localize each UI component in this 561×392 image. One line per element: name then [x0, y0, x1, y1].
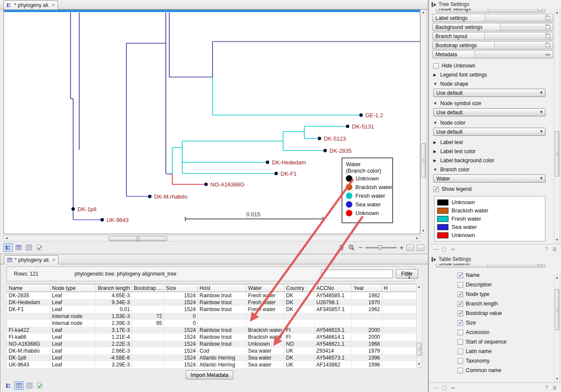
table-row[interactable]: DK-2835Leaf4.65E-31524Rainbow troutFresh…	[7, 292, 419, 299]
table-cell[interactable]: AY546621.1	[314, 341, 351, 347]
table-cell[interactable]: 0.01	[96, 306, 132, 313]
node-color-dropdown[interactable]: Use default▼	[433, 128, 545, 136]
table-cell[interactable]	[351, 313, 382, 320]
table-row[interactable]: FI-ka66Leaf1.21E-41524Rainbow troutBrack…	[7, 334, 419, 341]
section-node-settings[interactable]: Node settings	[436, 9, 545, 13]
tree-node[interactable]	[100, 218, 104, 222]
table-cell[interactable]: 1524	[164, 292, 198, 299]
table-cell[interactable]: Leaf	[50, 306, 96, 313]
table-cell[interactable]: Rainbow trout	[198, 306, 246, 313]
show-table-button[interactable]	[14, 243, 23, 252]
column-checkbox[interactable]	[458, 349, 463, 354]
column-checkbox[interactable]	[458, 292, 463, 297]
cursor-tool-icon[interactable]	[339, 244, 345, 251]
table-row[interactable]: FI-ka422Leaf3.17E-31524Rainbow troutBrac…	[7, 327, 419, 334]
legend-font-settings-row[interactable]: ▶Legend font settings	[429, 70, 561, 79]
table-cell[interactable]: 4.65E-3	[96, 292, 132, 299]
tree-node[interactable]	[204, 183, 208, 186]
popout-icon[interactable]	[545, 25, 550, 29]
column-header[interactable]: Host	[198, 284, 246, 292]
column-header[interactable]: Name	[7, 284, 50, 292]
column-checkbox[interactable]	[458, 339, 463, 345]
table-cell[interactable]	[314, 320, 351, 327]
scroll-up-icon[interactable]: ▲	[555, 275, 560, 280]
column-header[interactable]: H	[382, 284, 419, 292]
table-cell[interactable]	[382, 313, 419, 320]
column-header[interactable]: Bootstrap ...	[132, 284, 164, 292]
tree-node[interactable]	[266, 161, 269, 164]
table-cell[interactable]: 2000	[351, 334, 382, 341]
table-cell[interactable]	[382, 334, 419, 341]
table-row[interactable]: NO-A16368GLeaf2.22E-31524Rainbow troutUn…	[7, 341, 419, 347]
column-checkbox[interactable]	[458, 330, 463, 335]
scroll-down-icon[interactable]: ▼	[555, 238, 560, 243]
help-icon[interactable]: ?	[545, 246, 548, 252]
leaf-label[interactable]: DK-M.rhabdo	[154, 193, 187, 200]
table-cell[interactable]: DK-M.rhabdo	[7, 347, 50, 354]
table-cell[interactable]	[382, 292, 419, 299]
table-cell[interactable]: FI	[284, 327, 314, 334]
scroll-down-icon[interactable]: ▼	[416, 362, 422, 367]
scroll-thumb[interactable]	[555, 289, 559, 330]
table-cell[interactable]	[382, 354, 419, 361]
table-cell[interactable]	[382, 361, 419, 368]
close-icon[interactable]	[52, 258, 55, 262]
settings-scrollbar[interactable]: ▲ ▼	[554, 275, 560, 382]
table-cell[interactable]: 1962	[351, 306, 382, 313]
table-cell[interactable]: Rainbow trout	[198, 299, 246, 306]
table-cell[interactable]: UK-9643	[7, 361, 50, 368]
table-cell[interactable]	[198, 313, 246, 320]
column-header[interactable]: Size	[164, 284, 198, 292]
node-symbol-size-dropdown[interactable]: Use default▼	[433, 108, 545, 116]
column-checkbox[interactable]	[458, 358, 463, 364]
table-cell[interactable]: 0	[164, 313, 198, 320]
dock-icon[interactable]: ⇥	[450, 385, 455, 391]
scroll-up-icon[interactable]: ▲	[421, 10, 426, 15]
table-cell[interactable]	[132, 334, 164, 341]
table-cell[interactable]: Brackish water	[246, 334, 284, 341]
table-cell[interactable]: FI-ka66	[7, 334, 50, 341]
popout-icon[interactable]	[545, 16, 550, 20]
table-cell[interactable]	[132, 354, 164, 361]
table-cell[interactable]: AY546585.1	[314, 292, 351, 299]
table-cell[interactable]	[7, 313, 50, 320]
scroll-thumb[interactable]	[555, 131, 559, 177]
table-cell[interactable]: AY546614.1	[314, 334, 351, 341]
zoom-slider-thumb[interactable]	[378, 245, 382, 251]
table-row[interactable]: DK-M.rhabdoLeaf2.66E-31524CodSea waterUK…	[7, 347, 419, 354]
table-cell[interactable]	[382, 341, 419, 347]
tree-node[interactable]	[323, 149, 327, 152]
popout-icon[interactable]	[545, 43, 550, 47]
tree-tab[interactable]: * phylogeny ali...	[3, 0, 58, 10]
leaf-label[interactable]: DK-5123	[324, 135, 346, 142]
table-cell[interactable]: Internal node	[50, 320, 96, 327]
table-cell[interactable]	[246, 313, 284, 320]
scroll-up-icon[interactable]: ▲	[416, 284, 422, 289]
table-cell[interactable]: U28798.1	[314, 299, 351, 306]
table-cell[interactable]: FI-ka422	[7, 327, 50, 334]
table-cell[interactable]: Internal node	[50, 313, 96, 320]
table-cell[interactable]: Atlantic Herring	[198, 354, 246, 361]
table-cell[interactable]: NO-A16368G	[7, 341, 50, 347]
table-cell[interactable]: Rainbow trout	[198, 334, 246, 341]
table-cell[interactable]: DK	[284, 292, 314, 299]
table-cell[interactable]	[382, 327, 419, 334]
table-cell[interactable]: Leaf	[50, 327, 96, 334]
show-legend-checkbox[interactable]	[433, 186, 439, 192]
table-cell[interactable]: Leaf	[50, 361, 96, 368]
table-cell[interactable]: 1524	[164, 347, 198, 354]
popout-icon[interactable]	[545, 34, 550, 38]
table-cell[interactable]	[382, 347, 419, 354]
table-cell[interactable]: Brackish water	[246, 327, 284, 334]
table-cell[interactable]: 1524	[164, 334, 198, 341]
table-tab[interactable]: * phylogeny ali...	[4, 255, 58, 264]
tree-node[interactable]	[148, 195, 152, 198]
sidebar-collapse-icon[interactable]	[432, 257, 436, 262]
table-cell[interactable]	[132, 306, 164, 313]
table-cell[interactable]: 1524	[164, 299, 198, 306]
node-color-row[interactable]: ▼Node color	[429, 118, 561, 127]
fit-screen-button[interactable]: ↔	[417, 244, 424, 251]
tree-node[interactable]	[274, 172, 278, 175]
section-label-settings[interactable]: Label settings	[432, 14, 553, 22]
table-cell[interactable]: 2.39E-3	[96, 320, 132, 327]
